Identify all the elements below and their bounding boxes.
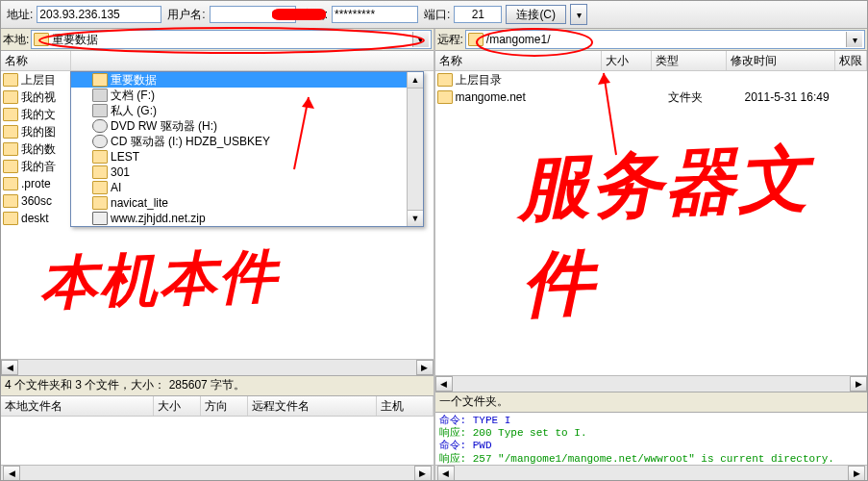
col-type[interactable]: 类型 (652, 51, 727, 70)
tree-scrollbar[interactable]: ▲ ▼ (407, 72, 423, 226)
tree-item[interactable]: LEST (71, 149, 408, 165)
list-item[interactable]: 上层目录 (435, 71, 868, 89)
local-path-field[interactable]: 重要数据 ▾ (31, 30, 431, 49)
remote-pane: 远程: /mangome1/ ▾ 名称 大小 类型 修改时间 权限 上层目录ma… (435, 29, 868, 481)
col-perm[interactable]: 权限 (835, 51, 867, 70)
remote-path-dropdown-button[interactable]: ▾ (846, 32, 862, 47)
item-mtime: 2011-5-31 16:49 (745, 90, 860, 104)
tree-item[interactable]: AI (71, 180, 408, 195)
queue-hscroll[interactable]: ◀ ▶ (1, 465, 434, 481)
log-panel: 命令: TYPE I响应: 200 Type set to I.命令: PWD响… (435, 412, 868, 481)
tree-item[interactable]: www.zjhjdd.net.zip (71, 211, 408, 226)
col-mtime[interactable]: 修改时间 (727, 51, 835, 70)
scroll-left-button[interactable]: ◀ (437, 466, 455, 481)
connection-toolbar: 地址: 用户名: 密码: 端口: 连接(C) ▾ (1, 1, 867, 29)
cd-icon (92, 119, 108, 133)
scroll-left-button[interactable]: ◀ (435, 376, 453, 392)
folder-icon (3, 177, 18, 190)
port-input[interactable] (454, 6, 502, 23)
scroll-left-button[interactable]: ◀ (1, 360, 18, 375)
remote-location-label: 远程: (437, 32, 463, 48)
log-hscroll[interactable]: ◀ ▶ (435, 465, 868, 481)
local-status: 4 个文件夹和 3 个文件，大小： 285607 字节。 (1, 375, 434, 395)
tree-item[interactable]: 私人 (G:) (71, 103, 408, 118)
scroll-right-button[interactable]: ▶ (848, 466, 865, 481)
connect-dropdown-button[interactable]: ▾ (570, 4, 587, 25)
log-line: 响应: 200 Type set to I. (439, 427, 864, 440)
drive-icon (92, 89, 108, 102)
tree-item[interactable]: DVD RW 驱动器 (H:) (71, 118, 408, 134)
remote-path-row: 远程: /mangome1/ ▾ (435, 29, 868, 51)
tree-item[interactable]: 301 (71, 165, 408, 180)
scroll-right-button[interactable]: ▶ (850, 376, 867, 392)
remote-path-text: /mangome1/ (486, 33, 846, 46)
folder-icon (3, 125, 18, 139)
address-input[interactable] (37, 6, 161, 23)
folder-icon (34, 33, 49, 46)
split-container: 本地: 重要数据 ▾ 名称 上层目我的视我的文我的图我的数我的音.prote36… (1, 29, 867, 481)
scroll-right-button[interactable]: ▶ (414, 466, 432, 481)
scroll-right-button[interactable]: ▶ (416, 360, 434, 375)
qcol-remotename[interactable]: 远程文件名 (248, 396, 377, 416)
local-list-header: 名称 (1, 51, 434, 71)
folder-icon (3, 194, 18, 208)
local-file-list[interactable]: 上层目我的视我的文我的图我的数我的音.prote360scdeskt 重要数据文… (1, 71, 434, 359)
tree-item-label: 重要数据 (111, 72, 157, 89)
username-input[interactable] (210, 6, 296, 23)
qcol-localname[interactable]: 本地文件名 (1, 396, 154, 416)
tree-item-label: 私人 (G:) (111, 103, 157, 119)
tree-item[interactable]: 重要数据 (71, 72, 408, 88)
password-label: 密码: (302, 7, 328, 23)
local-path-dropdown-button[interactable]: ▾ (412, 32, 429, 47)
item-name: mangome.net (456, 90, 526, 104)
log-line: 响应: 257 "/mangome1/mangome.net/wwwroot" … (439, 453, 864, 465)
remote-path-field[interactable]: /mangome1/ ▾ (465, 30, 865, 49)
scroll-down-button[interactable]: ▼ (408, 210, 423, 226)
remote-file-list[interactable]: 上层目录mangome.net文件夹2011-5-31 16:49 (435, 71, 868, 375)
remote-hscroll[interactable]: ◀ ▶ (435, 375, 868, 392)
tree-item-label: 301 (111, 165, 130, 179)
folder-icon (3, 142, 18, 156)
tree-item-label: LEST (111, 150, 139, 164)
password-input[interactable] (332, 6, 418, 23)
tree-item[interactable]: 文档 (F:) (71, 88, 408, 103)
scroll-left-button[interactable]: ◀ (3, 466, 20, 481)
tree-item[interactable]: navicat_lite (71, 195, 408, 211)
username-label: 用户名: (167, 7, 205, 23)
tree-item-label: www.zjhjdd.net.zip (111, 212, 206, 225)
scroll-up-button[interactable]: ▲ (408, 72, 423, 89)
list-item[interactable]: mangome.net文件夹2011-5-31 16:49 (435, 89, 868, 106)
ftp-client-window: 地址: 用户名: 密码: 端口: 连接(C) ▾ 本地: 重要数据 ▾ 名称 (0, 0, 868, 481)
local-path-text: 重要数据 (52, 32, 411, 48)
local-hscroll[interactable]: ◀ ▶ (1, 359, 434, 375)
tree-item-label: 文档 (F:) (111, 88, 155, 104)
item-name: 上层目录 (456, 72, 502, 89)
qcol-dir[interactable]: 方向 (201, 396, 248, 416)
folder-icon (3, 108, 18, 121)
tree-item-label: DVD RW 驱动器 (H:) (111, 118, 217, 135)
tree-item-label: CD 驱动器 (I:) HDZB_USBKEY (111, 134, 270, 150)
folder-icon (3, 160, 18, 173)
folder-icon (92, 196, 108, 210)
col-name[interactable]: 名称 (1, 51, 71, 70)
tree-item[interactable]: CD 驱动器 (I:) HDZB_USBKEY (71, 134, 408, 149)
transfer-queue: 本地文件名 大小 方向 远程文件名 主机 ◀ ▶ (1, 395, 434, 481)
qcol-host[interactable]: 主机 (377, 396, 434, 416)
remote-list-header: 名称 大小 类型 修改时间 权限 (435, 51, 868, 71)
local-path-row: 本地: 重要数据 ▾ (1, 29, 434, 51)
log-body[interactable]: 命令: TYPE I响应: 200 Type set to I.命令: PWD响… (435, 413, 868, 465)
col-size[interactable]: 大小 (602, 51, 652, 70)
connect-button[interactable]: 连接(C) (506, 5, 566, 24)
folder-icon (437, 73, 453, 87)
tree-item-label: navicat_lite (111, 196, 168, 210)
log-line: 命令: TYPE I (439, 415, 864, 427)
local-pane: 本地: 重要数据 ▾ 名称 上层目我的视我的文我的图我的数我的音.prote36… (1, 29, 435, 481)
folder-icon (468, 33, 484, 46)
queue-body[interactable] (1, 417, 434, 465)
tree-item-label: AI (111, 181, 121, 194)
drive-icon (92, 104, 108, 117)
local-path-dropdown-list[interactable]: 重要数据文档 (F:)私人 (G:)DVD RW 驱动器 (H:)CD 驱动器 … (70, 71, 424, 227)
log-line: 命令: PWD (439, 440, 864, 452)
col-name[interactable]: 名称 (435, 51, 602, 70)
qcol-size[interactable]: 大小 (154, 396, 201, 416)
